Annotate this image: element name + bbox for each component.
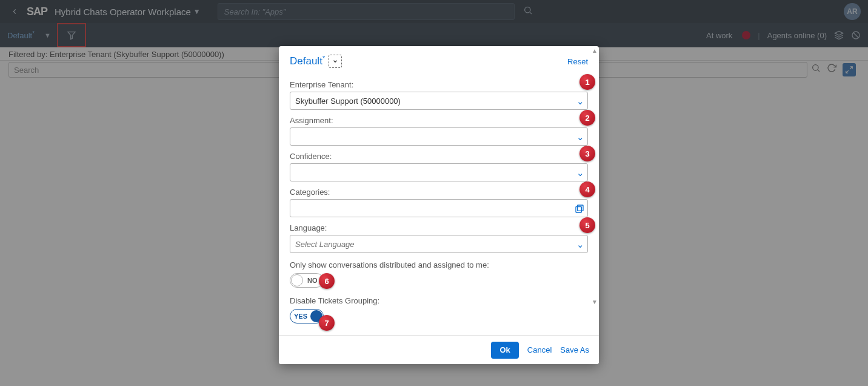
assignment-select[interactable] — [290, 127, 588, 146]
ok-button[interactable]: Ok — [491, 342, 518, 359]
annotation-marker-1: 1 — [579, 74, 595, 90]
field-assignment: Assignment: ⌄ 2 — [290, 116, 588, 146]
save-as-button[interactable]: Save As — [560, 345, 589, 354]
field-language: Language: ⌄ 5 — [290, 223, 588, 253]
toggle-label: Disable Tickets Grouping: — [290, 296, 588, 305]
field-label: Assignment: — [290, 116, 588, 125]
field-label: Confidence: — [290, 152, 588, 161]
annotation-marker-3: 3 — [579, 146, 595, 161]
switch-text: NO — [307, 277, 318, 284]
dialog-variant-title[interactable]: Default* — [290, 55, 325, 67]
dialog-variant-label: Default — [290, 55, 322, 67]
field-enterprise-tenant: Enterprise Tenant: ⌄ 1 — [290, 80, 588, 110]
field-categories: Categories: 4 — [290, 188, 588, 217]
enterprise-tenant-select[interactable] — [290, 92, 588, 110]
switch-text: YES — [294, 313, 307, 320]
field-confidence: Confidence: ⌄ 3 — [290, 152, 588, 181]
svg-rect-9 — [576, 207, 581, 212]
annotation-marker-4: 4 — [579, 181, 595, 197]
annotation-marker-6: 6 — [319, 273, 335, 289]
field-label: Enterprise Tenant: — [290, 80, 588, 89]
value-help-icon[interactable] — [575, 204, 584, 214]
dialog-header: Default* Reset — [279, 46, 599, 72]
toggle-label: Only show conversations distributed and … — [290, 260, 588, 269]
dialog-footer: Ok Cancel Save As — [279, 335, 599, 364]
switch-knob — [291, 274, 303, 286]
dialog-variant-dropdown[interactable] — [329, 55, 342, 68]
dialog-fields: Enterprise Tenant: ⌄ 1 Assignment: ⌄ 2 C… — [279, 72, 599, 326]
dialog-scroll-area: ▲ Default* Reset Enterprise Tenant: ⌄ 1 … — [279, 46, 599, 335]
scroll-up-arrow[interactable]: ▲ — [592, 47, 598, 53]
toggle-only-mine: Only show conversations distributed and … — [290, 260, 588, 289]
language-select[interactable] — [290, 235, 588, 253]
svg-rect-10 — [578, 205, 583, 211]
cancel-button[interactable]: Cancel — [527, 345, 552, 354]
field-label: Language: — [290, 223, 588, 232]
annotation-marker-5: 5 — [579, 217, 595, 233]
categories-input[interactable] — [290, 199, 588, 217]
annotation-marker-2: 2 — [579, 110, 595, 126]
reset-link[interactable]: Reset — [567, 57, 588, 66]
confidence-select[interactable] — [290, 163, 588, 181]
annotation-marker-7: 7 — [319, 315, 335, 331]
toggle-disable-grouping: Disable Tickets Grouping: YES 7 — [290, 296, 588, 323]
scroll-down-arrow[interactable]: ▼ — [592, 299, 598, 305]
field-label: Categories: — [290, 188, 588, 197]
filter-dialog: ▲ Default* Reset Enterprise Tenant: ⌄ 1 … — [279, 46, 599, 364]
